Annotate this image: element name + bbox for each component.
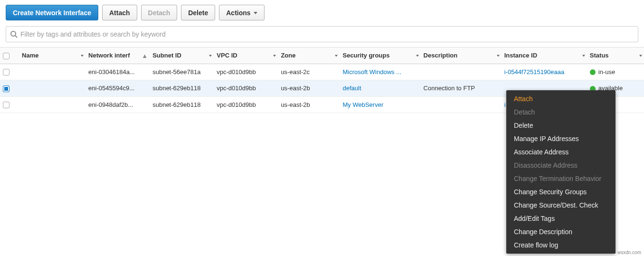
cell-name [19,96,85,113]
col-vpc-id[interactable]: VPC ID [214,47,278,64]
table-row[interactable]: eni-03046184a...subnet-56ee781avpc-d010d… [0,64,644,80]
attach-button[interactable]: Attach [102,5,137,20]
cell-security-groups[interactable]: Microsoft Windows ... [340,64,420,80]
detach-button: Detach [141,5,178,20]
select-all-checkbox[interactable] [3,53,9,59]
cell-instance-id[interactable]: i-0544f72515190eaaa [502,64,587,80]
sort-asc-icon[interactable]: ▲ [142,52,148,59]
sort-icon[interactable] [639,52,642,59]
sort-icon[interactable] [335,52,338,59]
cell-name [19,80,85,97]
col-subnet-id[interactable]: Subnet ID [150,47,214,64]
cell-description: Connection to FTP [421,80,502,97]
cell-vpc-id: vpc-d010d9bb [214,96,278,113]
row-checkbox[interactable] [3,69,9,76]
col-zone[interactable]: Zone [278,47,340,64]
cell-subnet-id: subnet-629eb118 [150,80,214,97]
security-group-link[interactable]: My WebServer [342,101,383,108]
actions-button[interactable]: Actions [219,5,264,20]
instance-id-link[interactable]: i [504,101,506,108]
cell-subnet-id: subnet-56ee781a [150,64,214,80]
cell-security-groups[interactable]: default [340,80,420,97]
delete-button[interactable]: Delete [181,5,215,20]
cell-zone: us-east-2b [278,80,340,97]
instance-id-link[interactable]: i-0544f72515190eaaa [504,68,565,76]
create-network-interface-button[interactable]: Create Network Interface [6,5,98,20]
sort-icon[interactable] [416,52,419,59]
table-header-row: Name Network interf▲ Subnet ID VPC ID Zo… [0,47,644,64]
col-name[interactable]: Name [19,47,85,64]
cell-description [421,96,502,113]
security-group-link[interactable]: Microsoft Windows ... [342,68,401,76]
cell-checkbox[interactable] [0,96,19,113]
col-security-groups[interactable]: Security groups [340,47,420,64]
col-status[interactable]: Status [587,47,644,64]
cell-security-groups[interactable]: My WebServer [340,96,420,113]
chevron-down-icon [254,12,257,14]
sort-icon[interactable] [497,52,500,59]
sort-icon[interactable] [81,52,84,59]
context-menu[interactable]: AttachDetachDeleteManage IP AddressesAss… [506,90,616,113]
cell-status: in-use [587,64,644,80]
context-menu-item: Detach [506,105,616,113]
cell-network-interface: eni-0545594c9... [85,80,150,97]
cell-name [19,64,85,80]
cell-vpc-id: vpc-d010d9bb [214,64,278,80]
svg-point-0 [11,31,16,36]
actions-label: Actions [226,9,250,17]
sort-icon[interactable] [582,52,585,59]
cell-zone: us-east-2b [278,96,340,113]
cell-vpc-id: vpc-d010d9bb [214,80,278,97]
col-description[interactable]: Description [421,47,502,64]
context-menu-item[interactable]: Attach [506,92,616,105]
security-group-link[interactable]: default [342,85,361,92]
col-checkbox[interactable] [0,47,19,64]
cell-zone: us-east-2c [278,64,340,80]
search-icon [10,30,18,38]
toolbar: Create Network Interface Attach Detach D… [0,0,644,24]
cell-description [421,64,502,80]
row-checkbox[interactable] [3,85,9,92]
sort-icon[interactable] [273,52,276,59]
col-network-interface[interactable]: Network interf▲ [85,47,150,64]
row-checkbox[interactable] [3,102,9,108]
cell-network-interface: eni-0948daf2b... [85,96,150,113]
cell-network-interface: eni-03046184a... [85,64,150,80]
cell-checkbox[interactable] [0,80,19,97]
status-dot-icon [590,69,596,75]
sort-icon[interactable] [209,52,212,59]
svg-line-1 [15,36,17,38]
col-instance-id[interactable]: Instance ID [502,47,587,64]
search-input[interactable] [20,27,634,42]
search-box[interactable] [6,26,638,42]
cell-checkbox[interactable] [0,64,19,80]
cell-subnet-id: subnet-629eb118 [150,96,214,113]
